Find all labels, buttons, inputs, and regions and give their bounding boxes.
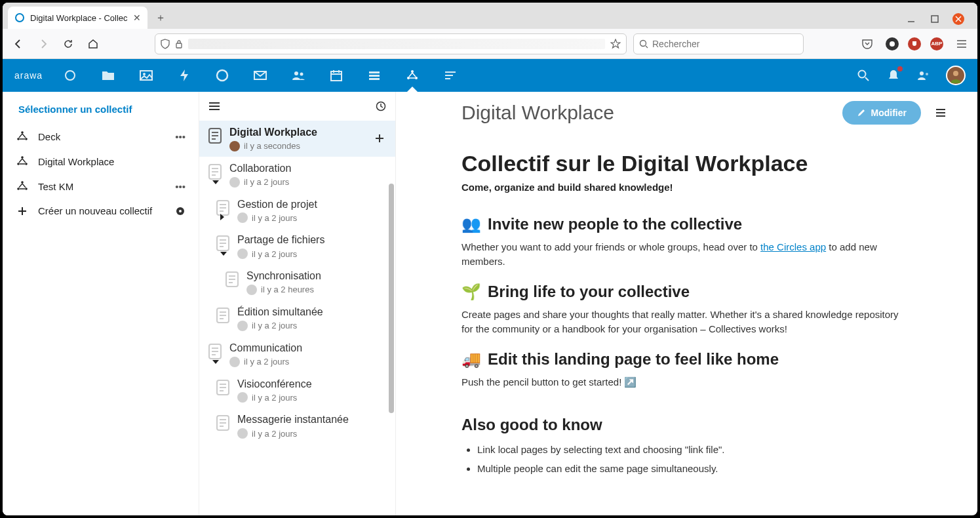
page-item[interactable]: Messagerie instantanéeil y a 2 jours	[199, 408, 395, 444]
page-item[interactable]: Communicationil y a 2 jours	[199, 336, 395, 372]
page-icon	[215, 235, 231, 253]
more-icon[interactable]: •••	[175, 131, 186, 142]
circles-app-link[interactable]: the Circles app	[760, 241, 826, 252]
page-icon	[215, 307, 231, 325]
nav-more-icon[interactable]	[442, 68, 458, 83]
extension-icon-1[interactable]	[886, 37, 899, 50]
page-title: Communication	[229, 342, 387, 355]
section-body-bring-life: Create pages and share your thoughts tha…	[461, 308, 912, 337]
page-item[interactable]: Partage de fichiersil y a 2 jours	[199, 228, 395, 264]
minimize-icon[interactable]	[905, 13, 917, 25]
page-icon	[215, 379, 231, 397]
page-title: Messagerie instantanée	[237, 413, 387, 427]
section-body-edit-landing: Push the pencil button to get started! ↗…	[461, 375, 912, 390]
maximize-icon[interactable]	[929, 13, 941, 25]
page-meta: il y a secondes	[229, 141, 365, 151]
nav-dashboard-icon[interactable]	[62, 68, 78, 83]
sidebar-item-test-km[interactable]: Test KM •••	[3, 174, 199, 199]
page-icon	[215, 199, 231, 218]
user-avatar-icon	[237, 212, 248, 223]
edit-button-label: Modifier	[871, 108, 907, 118]
edit-button[interactable]: Modifier	[842, 101, 921, 125]
collectives-sidebar: Sélectionner un collectif Deck ••• Digit…	[3, 92, 199, 515]
page-meta: il y a 2 jours	[237, 249, 387, 259]
content-subtitle: Come, organize and build shared knowledg…	[461, 180, 912, 195]
svg-point-0	[16, 14, 24, 22]
svg-point-42	[25, 163, 28, 165]
browser-tab[interactable]: Digital Workplace - Collec ✕	[8, 7, 147, 29]
sidebar-create-collective[interactable]: Créer un nouveau collectif	[3, 199, 199, 223]
page-title: Digital Workplace	[229, 126, 365, 140]
page-meta: il y a 2 jours	[237, 321, 387, 331]
add-page-icon[interactable]	[372, 126, 387, 151]
search-input[interactable]	[652, 39, 798, 49]
pocket-icon[interactable]	[858, 35, 876, 53]
contacts-menu-icon[interactable]	[916, 68, 931, 83]
page-meta: il y a 2 jours	[229, 177, 387, 188]
back-button[interactable]	[9, 35, 28, 53]
nav-photos-icon[interactable]	[138, 68, 154, 83]
page-meta: il y a 2 jours	[237, 428, 387, 439]
page-icon	[224, 271, 240, 289]
doc-menu-icon[interactable]	[930, 102, 951, 123]
nav-collectives-icon[interactable]	[404, 68, 420, 83]
more-icon[interactable]: •••	[175, 181, 186, 192]
shield-icon[interactable]	[161, 39, 170, 49]
reload-button[interactable]	[59, 35, 77, 53]
svg-point-38	[17, 138, 20, 140]
home-button[interactable]	[84, 35, 102, 53]
tab-close-icon[interactable]: ✕	[133, 12, 141, 23]
nav-contacts-icon[interactable]	[290, 68, 306, 83]
adblock-icon[interactable]: ABP	[930, 37, 943, 50]
page-item[interactable]: Digital Workplaceil y a secondes	[199, 121, 395, 157]
nav-calendar-icon[interactable]	[328, 68, 344, 83]
user-avatar[interactable]	[946, 66, 966, 85]
nav-mail-icon[interactable]	[252, 68, 268, 83]
hamburger-menu-icon[interactable]	[952, 35, 971, 53]
tree-menu-icon[interactable]	[208, 102, 220, 111]
scrollbar[interactable]	[389, 184, 394, 413]
page-meta: il y a 2 jours	[237, 392, 387, 403]
search-bar[interactable]	[633, 33, 804, 54]
settings-icon[interactable]	[175, 206, 186, 216]
nav-activity-icon[interactable]	[176, 68, 192, 83]
user-avatar-icon	[229, 141, 240, 151]
emoji-people-icon: 👥	[461, 215, 481, 233]
svg-point-41	[17, 163, 20, 165]
page-meta: il y a 2 heures	[246, 285, 387, 295]
page-item[interactable]: Synchronisationil y a 2 heures	[199, 264, 395, 300]
tree-history-icon[interactable]	[376, 101, 386, 111]
svg-rect-19	[331, 71, 342, 81]
new-tab-button[interactable]: ＋	[151, 9, 170, 27]
svg-point-37	[21, 131, 24, 134]
page-title: Gestion de projet	[237, 198, 387, 212]
page-title: Collaboration	[229, 162, 387, 176]
page-item[interactable]: Visioconférenceil y a 2 jours	[199, 372, 395, 408]
svg-point-32	[859, 71, 866, 78]
sidebar-item-digital-workplace[interactable]: Digital Workplace	[3, 149, 199, 174]
page-item[interactable]: Collaborationil y a 2 jours	[199, 157, 395, 193]
svg-rect-23	[369, 71, 380, 73]
plus-icon	[16, 206, 29, 216]
section-heading-edit-landing: 🚚Edit this landing page to feel like hom…	[461, 350, 912, 369]
page-icon	[207, 127, 223, 146]
nav-talk-icon[interactable]	[214, 68, 230, 83]
brand-logo[interactable]: arawa	[14, 70, 43, 81]
window-close-icon[interactable]	[952, 13, 964, 25]
svg-point-40	[21, 156, 24, 159]
sidebar-item-deck[interactable]: Deck •••	[3, 124, 199, 149]
svg-point-35	[926, 73, 928, 75]
nav-files-icon[interactable]	[100, 68, 116, 83]
ublock-icon[interactable]	[908, 37, 921, 50]
nav-deck-icon[interactable]	[366, 68, 382, 83]
url-bar[interactable]	[155, 33, 627, 54]
page-item[interactable]: Gestion de projetil y a 2 jours	[199, 193, 395, 229]
page-item[interactable]: Édition simultanéeil y a 2 jours	[199, 300, 395, 336]
bookmark-star-icon[interactable]	[610, 39, 621, 49]
forward-button[interactable]	[34, 35, 52, 53]
app-search-icon[interactable]	[855, 68, 871, 83]
tab-favicon-icon	[14, 12, 25, 23]
collective-icon	[16, 155, 29, 167]
notifications-icon[interactable]	[886, 68, 901, 83]
lock-icon[interactable]	[175, 39, 183, 49]
